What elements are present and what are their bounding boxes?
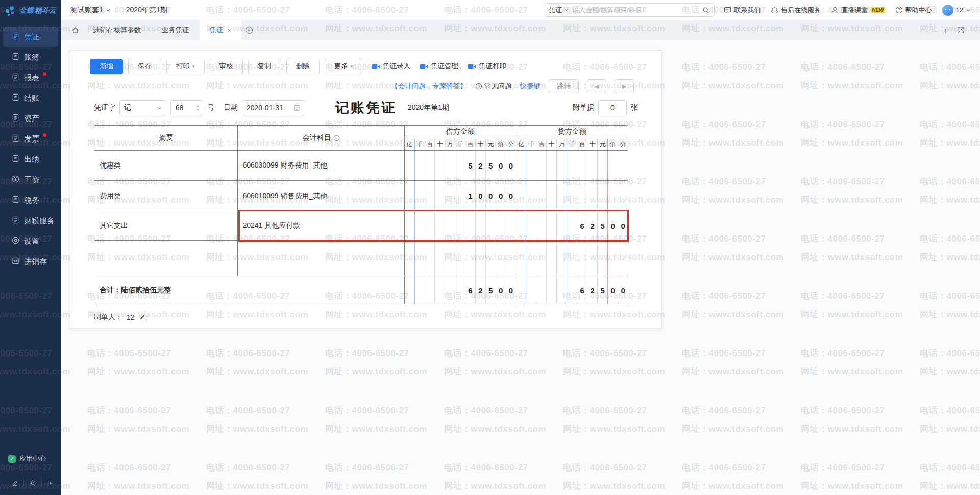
digit-column-label: 百 — [425, 138, 435, 150]
video-link-凭证打印[interactable]: 凭证打印 — [468, 62, 506, 71]
svg-text:?: ? — [898, 7, 900, 12]
tab-list: 进销存核算参数业务凭证凭证× — [83, 20, 241, 40]
home-icon[interactable] — [67, 20, 83, 40]
scroll-top-icon[interactable]: ↑ — [939, 26, 952, 35]
edit-preparer-icon[interactable] — [139, 314, 146, 321]
collapse-sidebar-icon[interactable] — [41, 480, 59, 487]
digit-cell: 5 — [598, 211, 608, 240]
close-icon[interactable]: × — [228, 27, 232, 34]
inventory-icon — [12, 257, 19, 266]
prev-voucher-button[interactable]: ◀ — [587, 79, 606, 93]
account-cell[interactable]: 606010099 销售费用_其他 — [238, 181, 404, 211]
credit-cell[interactable] — [516, 151, 628, 180]
sidebar-item-税务[interactable]: 税务 — [3, 190, 58, 210]
search-category-selector[interactable]: 凭证 — [549, 6, 569, 15]
number-stepper[interactable]: ▲▼ — [196, 104, 203, 111]
shortcut-keys-link[interactable]: 快捷键 — [520, 82, 541, 91]
digit-cell — [425, 241, 435, 276]
summary-cell[interactable]: 费用类 — [94, 181, 238, 211]
tab-凭证[interactable]: 凭证× — [200, 20, 242, 40]
sidebar-item-出纳[interactable]: 出纳 — [3, 149, 58, 170]
sidebar-item-进销存[interactable]: 进销存 — [3, 251, 58, 272]
button-label: 更多 — [334, 62, 348, 71]
credit-cell[interactable] — [516, 241, 628, 276]
faq-link[interactable]: ? 常见问题 — [475, 82, 512, 91]
jump-button[interactable]: 跳转 — [549, 79, 579, 93]
复制-button[interactable]: 复制 — [248, 59, 281, 74]
edit-icon[interactable] — [6, 480, 23, 487]
sidebar-item-app-center[interactable]: ✓ 应用中心 — [8, 454, 46, 463]
tab-业务凭证[interactable]: 业务凭证 — [152, 20, 200, 40]
invoice-icon — [12, 134, 19, 144]
sidebar-item-设置[interactable]: 设置 — [3, 231, 58, 251]
user-menu[interactable]: 12 — [942, 5, 971, 16]
search-input[interactable] — [572, 6, 699, 14]
date-input[interactable] — [247, 104, 287, 112]
tab-进销存核算参数[interactable]: 进销存核算参数 — [83, 20, 152, 40]
credit-cell[interactable]: 62500 — [516, 211, 628, 240]
digit-column-label: 角 — [608, 138, 618, 150]
topbar-link-帮助中心[interactable]: ?帮助中心 — [895, 6, 932, 15]
sidebar-item-label: 资产 — [24, 114, 39, 124]
question-circle-icon[interactable]: ? — [333, 135, 340, 142]
debit-header-label: 借方金额 — [405, 126, 516, 138]
video-link-凭证管理[interactable]: 凭证管理 — [420, 62, 458, 71]
tab-overflow-icon[interactable] — [241, 26, 257, 34]
更多-button[interactable]: 更多▾ — [325, 59, 363, 74]
button-label: 审核 — [219, 62, 233, 71]
sidebar-item-账簿[interactable]: 账簿 — [3, 47, 58, 67]
expert-qa-link[interactable]: 【会计问题，专家解答】 — [391, 82, 467, 91]
account-set-selector[interactable]: 测试账套1 — [70, 6, 111, 15]
sidebar-item-结账[interactable]: 结账 — [3, 88, 58, 108]
credit-cell[interactable] — [516, 181, 628, 211]
topbar-link-联系我们[interactable]: 联系我们 — [724, 6, 761, 15]
sidebar-item-工资[interactable]: 工资 — [3, 170, 58, 190]
digit-cell — [455, 211, 465, 240]
sidebar-item-资产[interactable]: 资产 — [3, 108, 58, 129]
审核-button[interactable]: 审核 — [210, 59, 243, 74]
step-up-icon[interactable]: ▲ — [196, 104, 200, 108]
attachment-count-field[interactable] — [598, 100, 627, 115]
summary-cell[interactable] — [94, 241, 238, 276]
打印-button[interactable]: 打印▾ — [166, 59, 205, 74]
summary-cell[interactable]: 优惠类 — [94, 151, 238, 180]
date-field[interactable] — [242, 100, 305, 115]
digit-cell — [577, 241, 587, 276]
voucher-number-field[interactable]: ▲▼ — [170, 100, 203, 115]
voucher-word-select[interactable]: 记 — [119, 100, 166, 115]
voucher-meta: 凭证字 记 ▲▼ 号 日期 — [94, 100, 305, 115]
voucher-card: 新增保存打印▾审核复制删除更多▾ 凭证录入凭证管理凭证打印 【会计问题，专家解答… — [70, 50, 662, 329]
删除-button[interactable]: 删除 — [286, 59, 320, 74]
digit-cell — [445, 241, 455, 276]
digit-cell — [598, 241, 608, 276]
theme-icon[interactable] — [23, 480, 41, 487]
debit-cell[interactable] — [405, 241, 517, 276]
step-down-icon[interactable]: ▼ — [196, 108, 200, 111]
search-icon[interactable] — [702, 7, 709, 14]
sidebar-item-发票[interactable]: 发票 — [3, 129, 58, 149]
calendar-icon[interactable] — [293, 104, 301, 111]
video-link-凭证录入[interactable]: 凭证录入 — [372, 62, 410, 71]
account-cell[interactable] — [238, 241, 404, 276]
保存-button[interactable]: 保存 — [128, 59, 161, 74]
voucher-number-input[interactable] — [171, 104, 191, 112]
summary-cell[interactable]: 其它支出 — [94, 211, 238, 240]
video-link-label: 凭证管理 — [431, 62, 458, 71]
topbar-link-直播课堂[interactable]: 直播课堂NEW — [831, 6, 885, 15]
debit-cell[interactable] — [405, 211, 517, 240]
account-cell[interactable]: 20241 其他应付款 — [238, 211, 404, 240]
sidebar-item-报表[interactable]: 报表 — [3, 67, 58, 88]
topbar-link-售后在线服务[interactable]: 售后在线服务 — [771, 6, 821, 15]
attachment-count-input[interactable] — [602, 104, 623, 112]
sidebar-item-财税服务[interactable]: 财税服务 — [3, 210, 58, 231]
新增-button[interactable]: 新增 — [90, 59, 123, 74]
next-voucher-button[interactable]: ▶ — [615, 79, 634, 93]
debit-cell[interactable]: 52500 — [405, 151, 517, 180]
debit-cell[interactable]: 10000 — [405, 181, 517, 211]
fullscreen-icon[interactable] — [952, 27, 969, 34]
app-logo[interactable]: 金蝶精斗云 — [0, 0, 61, 21]
digit-cell — [415, 276, 425, 304]
sidebar-item-凭证[interactable]: 凭证 — [3, 27, 58, 47]
account-cell[interactable]: 606030099 财务费用_其他_ — [238, 151, 404, 180]
global-search[interactable]: 凭证 — [544, 3, 715, 17]
